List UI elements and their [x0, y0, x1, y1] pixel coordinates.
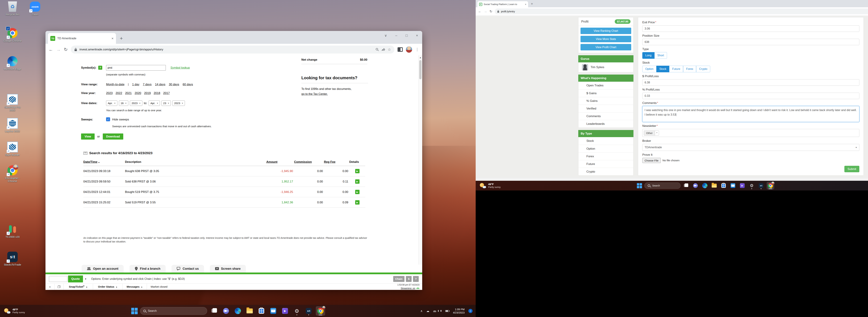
- dollar-button[interactable]: $: [406, 276, 411, 282]
- taskbar-search[interactable]: Search: [644, 182, 681, 189]
- find-branch-tab[interactable]: Find a branch: [129, 265, 166, 272]
- tab-close-icon[interactable]: ×: [525, 3, 526, 6]
- pct-pl-input[interactable]: [642, 93, 859, 99]
- movies-tv-button[interactable]: ▶: [280, 306, 290, 316]
- file-explorer-button[interactable]: [245, 306, 254, 316]
- dollar-pl-input[interactable]: [642, 79, 859, 86]
- help-icon[interactable]: ?: [98, 66, 102, 70]
- horizontal-scrollbar[interactable]: [476, 178, 868, 181]
- asset-crypto-button[interactable]: Crypto: [696, 66, 710, 72]
- minimize-button[interactable]: –: [395, 33, 397, 37]
- guru-tim-sykes[interactable]: Tim Sykes: [579, 62, 633, 72]
- desktop-icon-christopher-chrome[interactable]: ↗ Christopher - Chrome: [1, 165, 24, 183]
- sidebar-item-verified[interactable]: Verified: [579, 105, 633, 112]
- close-button[interactable]: ×: [416, 33, 418, 37]
- sidebar-item-comments[interactable]: Comments: [579, 112, 633, 120]
- order-status-tab[interactable]: Order Status ▲: [93, 284, 123, 290]
- browser-tab-profitly[interactable]: P Social Trading Platform | Learn to ×: [477, 1, 528, 7]
- forward-button[interactable]: →: [56, 47, 61, 52]
- desktop-icon-stockstotrade[interactable]: stt↗ StocksToTrade: [1, 251, 24, 266]
- mail-button[interactable]: [269, 306, 278, 316]
- year-2020[interactable]: 2020: [134, 91, 141, 95]
- stockstotrade-button[interactable]: stt: [304, 306, 313, 316]
- tax-center-link[interactable]: go to the Tax Center.: [301, 92, 328, 95]
- to-month-select[interactable]: Apr.∨: [149, 100, 160, 106]
- contact-us-tab[interactable]: Contact us: [172, 265, 204, 272]
- exit-price-input[interactable]: [642, 25, 859, 32]
- comments-textarea[interactable]: I was watching this one in pre market an…: [642, 106, 859, 122]
- quote-symbol-input[interactable]: [49, 276, 67, 282]
- screen-share-tab[interactable]: Screen share: [210, 265, 246, 272]
- range-1-day[interactable]: 1 day: [132, 83, 140, 86]
- desktop-icon-sketchup[interactable]: ↗ SketchUp Pro 2022: [1, 94, 24, 112]
- hide-sweeps-checkbox[interactable]: ✓: [106, 117, 110, 121]
- from-month-select[interactable]: Apr.∨: [106, 100, 117, 106]
- col-header-regfee[interactable]: Reg Fee: [324, 159, 349, 166]
- edge-button[interactable]: [233, 306, 243, 316]
- task-view-button[interactable]: [210, 306, 219, 316]
- asset-forex-button[interactable]: Forex: [683, 66, 696, 72]
- browser-tab-td-ameritrade[interactable]: TD TD Ameritrade ×: [48, 33, 116, 44]
- view-profit-chart-button[interactable]: View Profit Chart: [581, 44, 631, 50]
- details-button[interactable]: ▶: [355, 200, 360, 205]
- stockstotrade-button[interactable]: stt: [757, 182, 765, 190]
- profit-badge[interactable]: $7,447.95: [615, 19, 630, 24]
- sidebar-item-open-trades[interactable]: Open Trades: [579, 82, 633, 89]
- page-scrollbar[interactable]: ▲: [418, 55, 422, 264]
- settings-button[interactable]: ⚙: [292, 306, 302, 316]
- sidebar-item-crypto[interactable]: Crypto: [579, 168, 633, 175]
- broker-select[interactable]: TDAmeritrade ▼: [642, 144, 859, 151]
- battery-icon[interactable]: [445, 310, 449, 312]
- from-day-select[interactable]: 16∨: [119, 100, 128, 106]
- sidebar-item-forex[interactable]: Forex: [579, 152, 633, 160]
- collapse-dock-icon[interactable]: ∧: [45, 284, 55, 290]
- range-30-days[interactable]: 30 days: [169, 83, 179, 86]
- details-button[interactable]: ▶: [355, 179, 360, 184]
- open-account-tab[interactable]: Open an account: [82, 265, 124, 272]
- streaming-toggle[interactable]: Streaming: on: [401, 287, 415, 290]
- desktop-icon-microsoft-edge[interactable]: ↗ Microsoft Edge: [1, 56, 24, 70]
- desktop-icon-style-builder[interactable]: ↗ Style Builder: [1, 141, 24, 156]
- microsoft-store-button[interactable]: [257, 306, 266, 316]
- year-2019[interactable]: 2019: [144, 91, 151, 95]
- desktop-icon-google-chrome[interactable]: ↗ ✓ Google Chrome: [1, 27, 24, 42]
- side-panel-icon[interactable]: [398, 47, 403, 52]
- year-2021[interactable]: 2021: [125, 91, 132, 95]
- movies-tv-button[interactable]: ▶: [739, 182, 746, 190]
- range-month-to-date[interactable]: Month-to-date: [106, 83, 124, 86]
- collapse-section-icon[interactable]: [83, 152, 88, 155]
- symbol-lookup-link[interactable]: Symbol lookup: [170, 66, 190, 69]
- chain-button[interactable]: Chain: [393, 276, 405, 282]
- start-button[interactable]: [637, 183, 642, 188]
- scroll-up-icon[interactable]: ▲: [418, 55, 422, 59]
- symbol-input[interactable]: [106, 65, 166, 70]
- weather-widget[interactable]: 49°F Partly sunny: [0, 308, 25, 314]
- browser-menu-icon[interactable]: ⋮: [415, 47, 419, 52]
- type-short-button[interactable]: Short: [654, 52, 667, 59]
- desktop-icon-recycle-bin[interactable]: ♻ Recycle Bin: [1, 1, 24, 16]
- chrome-button[interactable]: [767, 182, 774, 190]
- newsletter-input[interactable]: Other ×: [642, 129, 859, 137]
- from-year-select[interactable]: 2023∨: [130, 100, 142, 106]
- help-button[interactable]: ?: [413, 276, 419, 282]
- weather-widget[interactable]: 49°F Partly sunny: [476, 183, 501, 189]
- view-button[interactable]: View: [81, 134, 95, 140]
- sidebar-item-pct-gains[interactable]: % Gains: [579, 97, 633, 105]
- address-bar[interactable]: profit.ly/entry ☆: [495, 8, 868, 14]
- sidebar-item-future[interactable]: Future: [579, 160, 633, 168]
- asset-future-button[interactable]: Future: [669, 66, 683, 72]
- sidebar-item-leaderboards[interactable]: Leaderboards: [579, 120, 633, 127]
- range-60-days[interactable]: 60 days: [183, 83, 193, 86]
- chat-button[interactable]: [692, 182, 699, 190]
- quote-button[interactable]: Quote: [68, 276, 83, 282]
- range-7-days[interactable]: 7 days: [143, 83, 152, 86]
- settings-button[interactable]: ⚙: [748, 182, 755, 190]
- new-tab-button[interactable]: +: [531, 2, 533, 6]
- position-size-input[interactable]: [642, 39, 859, 45]
- year-2023[interactable]: 2023: [106, 91, 113, 95]
- year-2022[interactable]: 2022: [116, 91, 122, 95]
- address-bar[interactable]: invest.ameritrade.com/grid/p/site#r=jPag…: [71, 46, 395, 54]
- details-button[interactable]: ▶: [355, 190, 360, 194]
- task-view-button[interactable]: [682, 182, 690, 190]
- download-button[interactable]: Download: [103, 134, 123, 140]
